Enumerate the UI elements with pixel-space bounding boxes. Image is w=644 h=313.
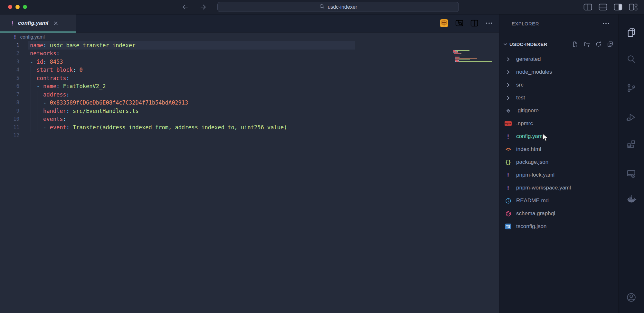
workspace-section-header[interactable]: USDC-INDEXER <box>499 39 619 50</box>
tree-file-README.md[interactable]: README.md <box>499 194 619 207</box>
tree-file-config.yaml[interactable]: !config.yaml <box>499 130 619 143</box>
tree-file-package.json[interactable]: {}package.json <box>499 156 619 169</box>
tab-config-yaml[interactable]: ! config.yaml <box>0 14 76 32</box>
account-icon[interactable] <box>625 291 638 304</box>
tree-item-label: tsconfig.json <box>516 223 547 230</box>
new-folder-icon[interactable] <box>583 41 590 48</box>
run-debug-icon[interactable] <box>625 111 638 124</box>
open-preview-icon[interactable] <box>455 19 464 28</box>
code-line-12[interactable]: 12 <box>0 132 499 140</box>
tree-file-tsconfig.json[interactable]: TStsconfig.json <box>499 220 619 233</box>
line-number: 11 <box>0 124 19 130</box>
tab-strip: ! config.yaml <box>0 14 499 32</box>
minimap[interactable] <box>453 50 499 63</box>
line-number: 7 <box>0 92 19 97</box>
chevron-right-icon <box>504 68 512 76</box>
navigate-back-button[interactable] <box>180 3 190 11</box>
minimap-line <box>453 55 499 55</box>
line-number: 2 <box>0 51 19 56</box>
tree-file-pnpm-workspace.yaml[interactable]: !pnpm-workspace.yaml <box>499 181 619 194</box>
explorer-more-actions-icon[interactable] <box>602 19 610 28</box>
tree-item-label: .gitignore <box>516 107 539 114</box>
traffic-lights <box>8 5 27 9</box>
search-input[interactable]: usdc-indexer <box>217 2 459 12</box>
more-actions-icon[interactable] <box>485 19 493 27</box>
code-line-4[interactable]: 4 start_block: 0 <box>0 66 499 74</box>
tree-item-label: config.yaml <box>516 133 544 140</box>
graphql-icon <box>504 210 512 217</box>
code-line-10[interactable]: 10 events: <box>0 115 499 124</box>
code-line-3[interactable]: 3- id: 8453 <box>0 58 499 66</box>
search-value: usdc-indexer <box>328 4 357 10</box>
vscode-window: usdc-indexer ! config.yaml ! co <box>0 0 644 313</box>
tree-folder-test[interactable]: test <box>499 91 619 104</box>
extension-orange-icon[interactable] <box>440 19 449 28</box>
explorer-title: EXPLORER <box>512 21 539 26</box>
tree-file-pnpm-lock.yaml[interactable]: !pnpm-lock.yaml <box>499 169 619 181</box>
line-number: 5 <box>0 75 19 81</box>
code-line-1[interactable]: 1name: usdc base transfer indexer <box>0 41 499 50</box>
close-window-button[interactable] <box>8 5 12 9</box>
breadcrumb[interactable]: ! config.yaml <box>0 32 499 41</box>
code-line-content: address: <box>19 91 70 98</box>
toggle-sidebar-right-icon[interactable] <box>614 4 622 11</box>
new-file-icon[interactable] <box>572 41 579 48</box>
minimap-line <box>453 52 499 53</box>
extensions-icon[interactable] <box>625 138 638 151</box>
code-line-8[interactable]: 8 - 0x833589fCD6eDb6E08f4c7C32D4f71b54bd… <box>0 99 499 107</box>
chevron-right-icon <box>504 55 512 63</box>
navigate-forward-button[interactable] <box>198 3 208 11</box>
tree-item-label: package.json <box>516 159 548 165</box>
code-line-5[interactable]: 5 contracts: <box>0 74 499 82</box>
code-line-9[interactable]: 9 handler: src/EventHandlers.ts <box>0 107 499 115</box>
tree-file-index.html[interactable]: <>index.html <box>499 143 619 156</box>
search-sidebar-icon[interactable] <box>625 52 638 65</box>
split-editor-icon[interactable] <box>470 19 478 27</box>
code-line-content: contracts: <box>19 75 70 81</box>
close-tab-icon[interactable] <box>53 21 59 26</box>
source-control-icon[interactable] <box>625 81 638 94</box>
editor-actions <box>440 19 493 28</box>
tree-item-label: generated <box>516 56 541 62</box>
docker-icon[interactable] <box>625 193 638 206</box>
tree-item-label: src <box>516 82 524 88</box>
minimap-line <box>453 50 499 51</box>
tree-folder-node_modules[interactable]: node_modules <box>499 66 619 78</box>
code-line-6[interactable]: 6 - name: FiatTokenV2_2 <box>0 82 499 91</box>
minimize-window-button[interactable] <box>15 5 20 9</box>
code-line-11[interactable]: 11 - event: Transfer(address indexed fro… <box>0 123 499 132</box>
yaml-icon: ! <box>11 20 14 27</box>
tree-item-label: index.html <box>516 146 541 152</box>
minimap-line <box>453 57 499 57</box>
zoom-window-button[interactable] <box>23 5 27 9</box>
explorer-toolbar <box>572 41 613 48</box>
mouse-cursor <box>542 133 549 143</box>
code-line-content: handler: src/EventHandlers.ts <box>19 108 139 114</box>
tree-item-label: node_modules <box>516 69 552 75</box>
remote-explorer-icon[interactable] <box>625 167 638 180</box>
code-editor[interactable]: 1name: usdc base transfer indexer2networ… <box>0 41 499 313</box>
code-line-2[interactable]: 2networks: <box>0 50 499 58</box>
tree-file-schema.graphql[interactable]: schema.graphql <box>499 207 619 220</box>
tree-item-label: README.md <box>516 198 549 204</box>
code-line-7[interactable]: 7 address: <box>0 90 499 99</box>
split-editor-icon[interactable] <box>583 4 592 11</box>
yaml-icon: ! <box>504 184 512 192</box>
tree-folder-generated[interactable]: generated <box>499 53 619 66</box>
git-icon <box>504 107 512 115</box>
line-number: 4 <box>0 67 19 73</box>
code-line-content: - 0x833589fCD6eDb6E08f4c7C32D4f71b54bdA0… <box>19 99 188 106</box>
collapse-all-icon[interactable] <box>607 41 613 48</box>
toggle-panel-icon[interactable] <box>599 4 607 11</box>
tree-file-.npmrc[interactable]: npm.npmrc <box>499 117 619 130</box>
line-number: 12 <box>0 133 19 138</box>
tree-file-.gitignore[interactable]: .gitignore <box>499 104 619 117</box>
code-line-content: - id: 8453 <box>19 59 63 65</box>
tree-folder-src[interactable]: src <box>499 78 619 91</box>
refresh-icon[interactable] <box>595 41 602 48</box>
yaml-icon: ! <box>504 133 512 140</box>
explorer-icon[interactable] <box>625 26 638 39</box>
customize-layout-icon[interactable] <box>629 4 638 11</box>
tree-item-label: schema.graphql <box>516 210 555 217</box>
tree-item-label: pnpm-lock.yaml <box>516 172 554 178</box>
